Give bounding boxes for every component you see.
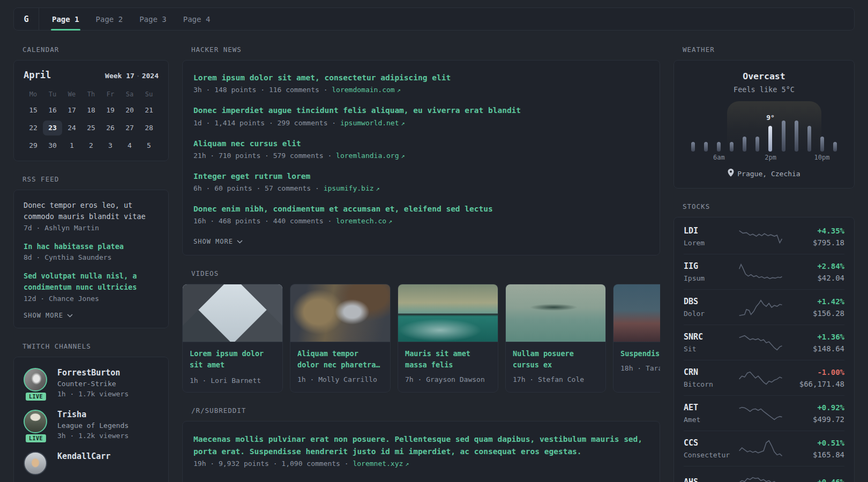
stock-price: $148.64: [787, 344, 844, 353]
left-column: CALENDAR April Week 17·2024 Mo Tu We Th …: [13, 46, 169, 482]
weather-bar: [743, 137, 746, 152]
hn-item-title[interactable]: Donec enim nibh, condimentum et accumsan…: [193, 204, 649, 214]
calendar-separator: ·: [134, 72, 142, 80]
twitch-channel-row[interactable]: LIVE Trisha League of Legends 3h · 1.2k …: [24, 410, 159, 440]
stock-ticker: AHS: [684, 477, 735, 482]
hn-item-title[interactable]: Donec imperdiet augue tincidunt felis al…: [193, 105, 649, 116]
avatar-image: [24, 410, 47, 433]
video-title[interactable]: Aliquam tempor dolor nec pharetra…: [297, 348, 383, 371]
twitch-channel-row[interactable]: KendallCarr: [24, 451, 159, 475]
rss-show-more-button[interactable]: SHOW MORE: [24, 312, 159, 319]
hn-item-meta: 6h · 60 points · 57 comments · ipsumify.…: [193, 184, 649, 192]
hn-item: Integer eget rutrum lorem 6h · 60 points…: [193, 171, 649, 192]
hn-item-title[interactable]: Aliquam nec cursus elit: [193, 138, 649, 149]
video-title[interactable]: Lorem ipsum dolor sit amet consectetu…: [190, 348, 275, 372]
rss-item-title[interactable]: Sed volutpat nulla nisl, a condimentum n…: [24, 270, 159, 293]
calendar-month: April: [24, 70, 51, 80]
rss-item[interactable]: In hac habitasse platea 8d · Cynthia Sau…: [24, 241, 159, 261]
video-card[interactable]: Nullam posuere cursus ex 17h · Stefan Co…: [505, 284, 606, 393]
twitch-channel-row[interactable]: LIVE ForrestBurton Counter-Strike 1h · 1…: [24, 368, 159, 398]
hn-item-domain-link[interactable]: loremdomain.com: [332, 86, 394, 94]
chevron-down-icon: [237, 238, 243, 245]
twitch-heading: TWITCH CHANNELS: [23, 342, 169, 350]
channel-name[interactable]: Trisha: [57, 410, 129, 419]
rss-item-title[interactable]: Donec tempor eros leo, ut commodo mauris…: [24, 200, 159, 223]
rss-item-meta: 12d · Chance Jones: [24, 295, 159, 303]
right-column: WEATHER Overcast Feels like 5°C 9° 6am 2…: [674, 46, 855, 482]
weather-bar: [730, 142, 734, 152]
channel-name[interactable]: ForrestBurton: [57, 368, 129, 378]
subreddit-card: Maecenas mollis pulvinar erat non posuer…: [182, 421, 660, 482]
weather-bar: [717, 142, 721, 152]
hn-show-more-button[interactable]: SHOW MORE: [193, 238, 649, 245]
video-title[interactable]: Mauris sit amet massa felis: [405, 348, 491, 371]
stock-row[interactable]: AHS +0.46%: [684, 466, 844, 482]
tab-page-1[interactable]: Page 1: [51, 8, 80, 30]
stock-row[interactable]: IIGIpsum +2.84%$42.04: [684, 254, 844, 290]
video-meta: 7h · Grayson Dawson: [405, 375, 491, 383]
reddit-post-stats: 19h · 9,932 points · 1,090 comments ·: [193, 460, 349, 468]
stock-change: +0.46%: [787, 478, 844, 482]
avatar-image: [24, 451, 47, 475]
hn-item-domain-link[interactable]: ipsumworld.net: [340, 119, 399, 127]
rss-item-title[interactable]: In hac habitasse platea: [24, 241, 159, 252]
video-card[interactable]: Suspendisse diam 18h · Tara: [613, 284, 660, 393]
avatar: LIVE: [24, 410, 48, 440]
hn-item-domain-link[interactable]: loremtech.co: [336, 217, 386, 225]
current-temp-label: 9°: [766, 114, 775, 122]
stock-row[interactable]: CCSConsectetur +0.51%$165.84: [684, 431, 844, 466]
stock-name: Lorem: [684, 239, 735, 247]
tab-page-2[interactable]: Page 2: [95, 8, 124, 30]
stock-row[interactable]: LDILorem +4.35%$795.18: [684, 219, 844, 254]
stocks-card: LDILorem +4.35%$795.18 IIGIpsum +2.84%$4…: [674, 217, 855, 482]
video-card[interactable]: Lorem ipsum dolor sit amet consectetu… 1…: [182, 284, 283, 393]
video-card[interactable]: Mauris sit amet massa felis 7h · Grayson…: [398, 284, 498, 393]
external-link-icon: ↗: [401, 119, 405, 127]
rss-item[interactable]: Sed volutpat nulla nisl, a condimentum n…: [24, 270, 159, 303]
hn-item-title[interactable]: Integer eget rutrum lorem: [193, 171, 649, 182]
channel-game: Counter-Strike: [57, 380, 129, 388]
rss-card: Donec tempor eros leo, ut commodo mauris…: [13, 190, 169, 328]
video-thumbnail: [506, 284, 605, 342]
hn-item-domain-link[interactable]: loremlandia.org: [336, 152, 399, 160]
calendar-day: 26: [101, 120, 120, 135]
reddit-post-meta: 19h · 9,932 points · 1,090 comments · lo…: [193, 460, 649, 468]
hn-item: Donec enim nibh, condimentum et accumsan…: [193, 204, 649, 225]
app-logo[interactable]: G: [14, 8, 39, 30]
weather-widget: WEATHER Overcast Feels like 5°C 9° 6am 2…: [674, 46, 855, 189]
reddit-post-domain-link[interactable]: loremnet.xyz: [353, 460, 403, 468]
hn-item-title[interactable]: Lorem ipsum dolor sit amet, consectetur …: [193, 72, 649, 83]
calendar-day: 16: [43, 103, 62, 118]
tab-page-4[interactable]: Page 4: [182, 8, 212, 30]
weather-bar: [820, 137, 824, 152]
calendar-widget: CALENDAR April Week 17·2024 Mo Tu We Th …: [13, 46, 169, 161]
video-title[interactable]: Nullam posuere cursus ex: [513, 348, 598, 371]
stock-row[interactable]: AETAmet +0.92%$499.72: [684, 396, 844, 431]
stock-row[interactable]: CRNBitcorn -1.00%$66,171.48: [684, 360, 844, 396]
stock-price: $42.04: [787, 274, 844, 282]
calendar-heading: CALENDAR: [23, 46, 169, 54]
video-meta: 17h · Stefan Cole: [513, 375, 598, 383]
page-tabs: Page 1 Page 2 Page 3 Page 4: [39, 8, 211, 30]
video-card[interactable]: Aliquam tempor dolor nec pharetra… 1h · …: [290, 284, 391, 393]
stock-row[interactable]: DBSDolor +1.42%$156.28: [684, 290, 844, 325]
stocks-widget: STOCKS LDILorem +4.35%$795.18 IIGIpsum +…: [674, 202, 855, 482]
stock-row[interactable]: SNRCSit +1.36%$148.64: [684, 325, 844, 360]
rss-item[interactable]: Donec tempor eros leo, ut commodo mauris…: [24, 200, 159, 232]
stock-ticker: DBS: [684, 297, 735, 306]
stock-change: +1.42%: [787, 297, 844, 306]
video-thumbnail: [183, 284, 282, 342]
hn-item: Donec imperdiet augue tincidunt felis al…: [193, 105, 649, 126]
hacker-news-heading: HACKER NEWS: [191, 46, 660, 54]
reddit-post-title[interactable]: Maecenas mollis pulvinar erat non posuer…: [193, 433, 649, 457]
video-title[interactable]: Suspendisse diam: [620, 348, 660, 359]
hn-item-domain-link[interactable]: ipsumify.biz: [324, 184, 374, 192]
hn-item: Lorem ipsum dolor sit amet, consectetur …: [193, 72, 649, 94]
stock-sparkline: [735, 262, 787, 282]
stock-price: $156.28: [787, 309, 844, 318]
hn-item-stats: 6h · 60 points · 57 comments ·: [193, 184, 319, 192]
stock-change: +1.36%: [787, 333, 844, 341]
tab-page-3[interactable]: Page 3: [138, 8, 168, 30]
channel-name[interactable]: KendallCarr: [57, 451, 110, 461]
stock-ticker: CCS: [684, 438, 735, 448]
